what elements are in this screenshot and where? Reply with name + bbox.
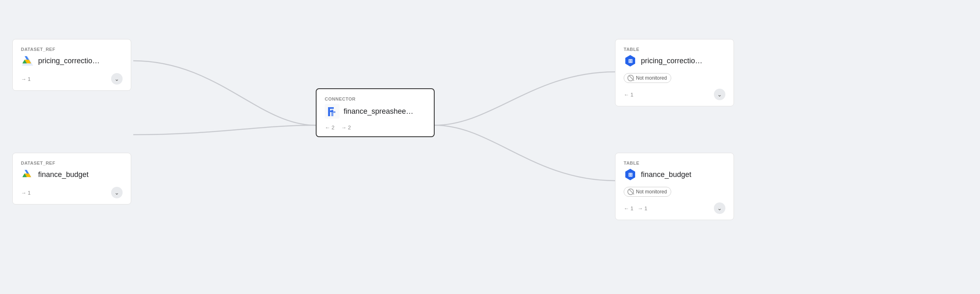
- left-top-type: DATASET_REF: [21, 47, 123, 52]
- connection-lines: [0, 0, 980, 294]
- drive-icon-left-top: [21, 54, 34, 67]
- right-top-title: pricing_correctio…: [641, 57, 702, 65]
- right-top-header: ⊞ pricing_correctio…: [624, 54, 725, 67]
- right-bottom-count-in: ← 1: [624, 205, 634, 211]
- left-top-footer: → 1 ⌄: [21, 73, 123, 85]
- right-top-footer: ← 1 ⌄: [624, 89, 725, 100]
- right-top-count: ← 1: [624, 92, 634, 98]
- left-top-card: DATASET_REF pricing_correctio… → 1 ⌄: [12, 39, 131, 91]
- ban-icon-right-top: [627, 75, 634, 81]
- ban-icon-right-bottom: [627, 188, 634, 195]
- left-top-count: → 1: [21, 76, 31, 82]
- right-bottom-badge-label: Not monitored: [636, 189, 667, 195]
- right-bottom-not-monitored-badge: Not monitored: [624, 187, 671, 197]
- hex-icon-right-bottom: ⊞: [624, 168, 637, 181]
- left-bottom-title: finance_budget: [38, 170, 89, 179]
- left-bottom-type: DATASET_REF: [21, 161, 123, 165]
- connector-icon: [325, 104, 340, 119]
- left-bottom-expand-button[interactable]: ⌄: [111, 187, 123, 198]
- center-out-count: → 2: [341, 124, 351, 131]
- right-top-card: TABLE ⊞ pricing_correctio… Not monitored…: [615, 39, 734, 106]
- center-header: finance_spreashee…: [325, 104, 426, 119]
- svg-text:⊞: ⊞: [628, 172, 633, 178]
- canvas: DATASET_REF pricing_correctio… → 1 ⌄ DAT…: [0, 0, 980, 294]
- left-bottom-footer: → 1 ⌄: [21, 187, 123, 198]
- center-io: ← 2 → 2: [325, 124, 426, 131]
- right-top-type: TABLE: [624, 47, 725, 52]
- hex-icon-right-top: ⊞: [624, 54, 637, 67]
- left-top-title: pricing_correctio…: [38, 57, 100, 65]
- left-bottom-header: finance_budget: [21, 168, 123, 181]
- right-bottom-counts: ← 1 → 1: [624, 205, 647, 211]
- right-top-expand-button[interactable]: ⌄: [714, 89, 725, 100]
- right-bottom-count-out: → 1: [638, 205, 647, 211]
- left-top-expand-button[interactable]: ⌄: [111, 73, 123, 85]
- drive-icon-left-bottom: [21, 168, 34, 181]
- right-bottom-title: finance_budget: [641, 170, 691, 179]
- svg-text:⊞: ⊞: [628, 58, 633, 64]
- center-title: finance_spreashee…: [344, 107, 413, 116]
- right-top-not-monitored-badge: Not monitored: [624, 73, 671, 83]
- right-bottom-type: TABLE: [624, 161, 725, 165]
- right-bottom-footer: ← 1 → 1 ⌄: [624, 202, 725, 214]
- right-bottom-card: TABLE ⊞ finance_budget Not monitored ← 1…: [615, 153, 734, 220]
- right-top-badge-label: Not monitored: [636, 75, 667, 81]
- center-connector-card: CONNECTOR finance_spreashee… ← 2 → 2: [316, 88, 435, 137]
- left-bottom-count: → 1: [21, 190, 31, 196]
- left-top-header: pricing_correctio…: [21, 54, 123, 67]
- center-in-count: ← 2: [325, 124, 335, 131]
- center-type: CONNECTOR: [325, 96, 426, 101]
- right-bottom-expand-button[interactable]: ⌄: [714, 202, 725, 214]
- left-bottom-card: DATASET_REF finance_budget → 1 ⌄: [12, 153, 131, 204]
- right-bottom-header: ⊞ finance_budget: [624, 168, 725, 181]
